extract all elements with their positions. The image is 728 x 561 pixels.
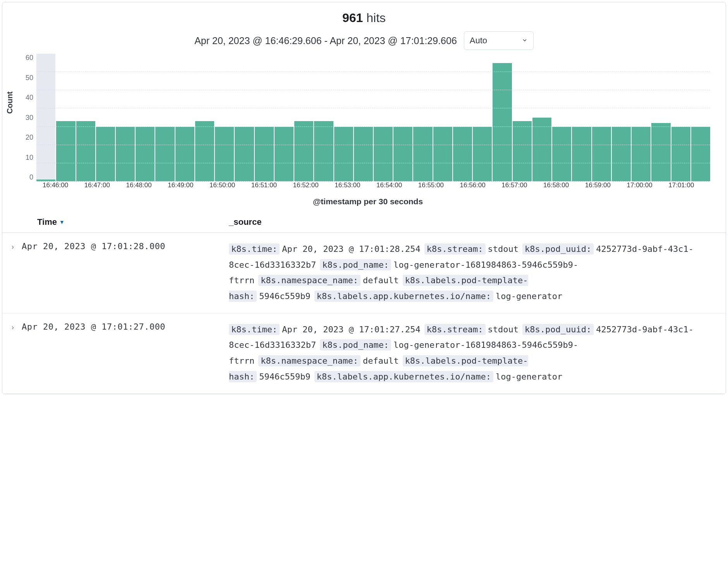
field-key[interactable]: k8s.namespace_name: [258,275,361,286]
histogram-bar[interactable] [136,127,155,181]
histogram-bar[interactable] [56,121,75,181]
histogram-bar[interactable] [275,127,294,181]
histogram-bar[interactable] [235,127,254,181]
xtick: 16:58:00 [543,181,585,189]
histogram-bar[interactable] [433,127,452,181]
column-header-time[interactable]: Time ▼ [37,217,229,227]
field-key[interactable]: k8s.pod_name: [320,259,391,270]
ytick: 30 [26,114,33,122]
xtick: 16:55:00 [418,181,460,189]
histogram-bar[interactable] [473,127,492,181]
histogram-bar[interactable] [413,127,432,181]
histogram-bar[interactable] [255,127,274,181]
field-value: Apr 20, 2023 @ 17:01:27.254 [282,325,421,334]
histogram-bar[interactable] [453,127,472,181]
sort-desc-icon: ▼ [59,219,65,225]
field-value: 5946c559b9 [259,291,310,301]
histogram-bar[interactable] [334,127,353,181]
histogram-bar[interactable] [552,127,571,181]
time-cell: Apr 20, 2023 @ 17:01:27.000 [22,322,229,385]
histogram-bar[interactable] [354,127,373,181]
xtick: 16:56:00 [460,181,502,189]
histogram-bar[interactable] [116,127,135,181]
histogram-bar[interactable] [76,121,95,181]
field-value: Apr 20, 2023 @ 17:01:28.254 [282,244,421,254]
histogram-bar[interactable] [374,127,393,181]
chart-xlabel: @timestamp per 30 seconds [26,197,710,206]
field-key[interactable]: k8s.pod_uuid: [522,324,594,335]
histogram-chart: Count 6050403020100 16:46:0016:47:0016:4… [2,52,726,206]
time-range-text: Apr 20, 2023 @ 16:46:29.606 - Apr 20, 20… [194,35,457,46]
xtick: 17:01:00 [668,181,710,189]
field-key[interactable]: k8s.time: [229,324,280,335]
hits-line: 961 hits [10,11,718,25]
field-key[interactable]: k8s.labels.app.kubernetes.io/name: [314,291,493,302]
chart-xaxis: 16:46:0016:47:0016:48:0016:49:0016:50:00… [26,181,710,189]
histogram-bar[interactable] [532,118,551,181]
histogram-bar[interactable] [36,54,55,181]
xtick: 16:50:00 [209,181,251,189]
histogram-bar[interactable] [651,123,670,181]
histogram-bar[interactable] [671,127,690,181]
histogram-bar[interactable] [96,127,115,181]
interval-select[interactable]: Auto [464,31,534,50]
column-header-source[interactable]: _source [229,217,718,227]
expand-toggle[interactable] [10,241,22,304]
histogram-bar[interactable] [294,121,313,181]
histogram-bar[interactable] [691,127,710,181]
field-value: log-generator [496,291,562,301]
interval-selected-label: Auto [470,36,487,46]
histogram-bar[interactable] [632,127,651,181]
field-key[interactable]: k8s.labels.app.kubernetes.io/name: [314,371,493,382]
xtick: 16:54:00 [376,181,418,189]
table-row: Apr 20, 2023 @ 17:01:27.000k8s.time:Apr … [2,313,726,394]
table-body: Apr 20, 2023 @ 17:01:28.000k8s.time:Apr … [2,233,726,394]
histogram-bar[interactable] [612,127,631,181]
chart-bars [36,54,710,181]
xtick: 16:57:00 [501,181,543,189]
time-cell: Apr 20, 2023 @ 17:01:28.000 [22,241,229,304]
histogram-bar[interactable] [592,127,611,181]
xtick: 17:00:00 [627,181,669,189]
xtick: 16:51:00 [251,181,293,189]
source-cell: k8s.time:Apr 20, 2023 @ 17:01:27.254k8s.… [229,322,718,385]
field-value: log-generator [496,372,562,381]
field-key[interactable]: k8s.stream: [424,243,486,255]
xtick: 16:46:00 [43,181,84,189]
chart-plot-area[interactable] [36,54,710,181]
field-value: stdout [488,244,519,254]
field-key[interactable]: k8s.time: [229,243,280,255]
field-value: stdout [488,325,519,334]
field-value: default [363,275,399,285]
xtick: 16:52:00 [293,181,335,189]
field-value: 5946c559b9 [259,372,310,381]
xtick: 16:47:00 [84,181,126,189]
histogram-bar[interactable] [175,127,194,181]
field-key[interactable]: k8s.pod_name: [320,339,391,351]
field-key[interactable]: k8s.pod_uuid: [522,243,594,255]
histogram-bar[interactable] [493,63,512,181]
histogram-bar[interactable] [513,121,532,181]
xtick: 16:48:00 [126,181,168,189]
chart-yaxis: 6050403020100 [26,54,36,181]
chevron-down-icon [522,36,528,46]
hits-count: 961 [342,11,363,25]
expand-toggle[interactable] [10,322,22,385]
histogram-bar[interactable] [314,121,333,181]
histogram-bar[interactable] [572,127,591,181]
histogram-bar[interactable] [393,127,412,181]
discover-panel: 961 hits Apr 20, 2023 @ 16:46:29.606 - A… [2,2,726,394]
ytick: 0 [29,173,33,181]
histogram-bar[interactable] [215,127,234,181]
ytick: 40 [26,94,33,102]
histogram-bar[interactable] [155,127,174,181]
table-row: Apr 20, 2023 @ 17:01:28.000k8s.time:Apr … [2,233,726,313]
table-header: Time ▼ _source [2,213,726,233]
time-range-line: Apr 20, 2023 @ 16:46:29.606 - Apr 20, 20… [10,31,718,50]
histogram-bar[interactable] [195,121,214,181]
field-key[interactable]: k8s.namespace_name: [258,355,361,366]
ytick: 20 [26,133,33,142]
field-key[interactable]: k8s.stream: [424,324,486,335]
xtick: 16:59:00 [585,181,627,189]
xtick: 16:49:00 [168,181,209,189]
